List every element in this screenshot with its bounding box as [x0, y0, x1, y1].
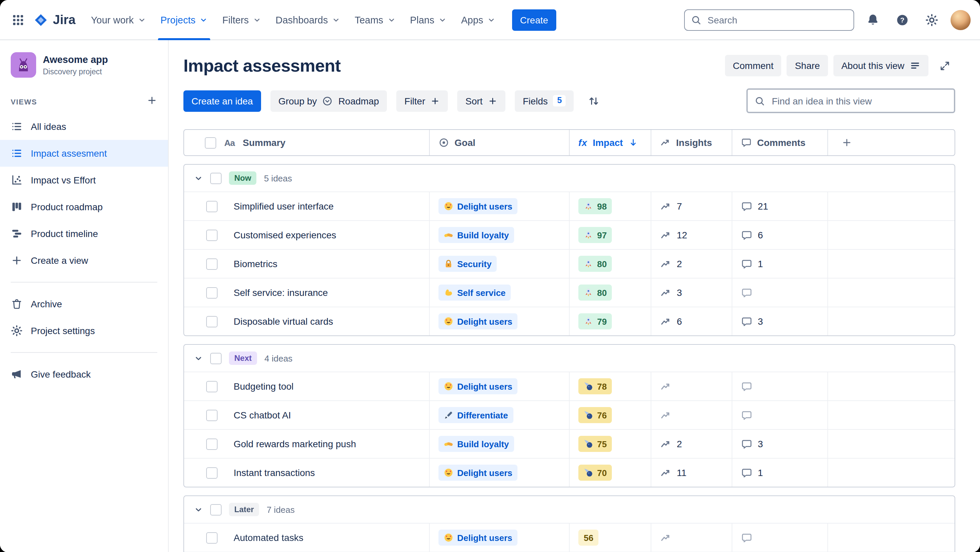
find-idea-input[interactable] — [770, 95, 947, 107]
impact-cell: 80 — [569, 278, 651, 307]
impact-column-header[interactable]: fx Impact — [569, 130, 651, 155]
filter-button[interactable]: Filter — [396, 90, 448, 111]
sidebar-item-all-ideas[interactable]: All ideas — [0, 113, 168, 140]
nav-item-your-work[interactable]: Your work — [84, 0, 153, 40]
nav-item-apps[interactable]: Apps — [454, 0, 503, 40]
goal-chip[interactable]: Delight users — [439, 313, 518, 329]
nav-item-filters[interactable]: Filters — [215, 0, 268, 40]
sidebar-item-impact-vs-effort[interactable]: Impact vs Effort — [0, 167, 168, 194]
idea-row[interactable]: Gold rewards marketing pushBuild loyalty… — [184, 429, 955, 458]
nav-item-dashboards[interactable]: Dashboards — [268, 0, 347, 40]
nav-item-plans[interactable]: Plans — [402, 0, 454, 40]
comments-value[interactable]: 1 — [741, 467, 763, 478]
group-header[interactable]: Now5 ideas — [184, 165, 955, 192]
idea-row[interactable]: CS chatbot AIDifferentiate76 — [184, 400, 955, 429]
group-header[interactable]: Later7 ideas — [184, 496, 955, 523]
notifications-button[interactable] — [862, 9, 884, 30]
sidebar-item-create-a-view[interactable]: Create a view — [0, 247, 168, 274]
settings-button[interactable] — [921, 9, 942, 30]
group-header[interactable]: Next4 ideas — [184, 345, 955, 372]
comments-value[interactable] — [741, 532, 752, 543]
expand-view-button[interactable] — [934, 55, 955, 76]
goal-chip[interactable]: Self service — [439, 285, 511, 301]
share-button[interactable]: Share — [787, 55, 828, 76]
rank-button[interactable] — [583, 90, 605, 111]
select-all-checkbox[interactable] — [205, 137, 216, 148]
comments-value[interactable]: 1 — [741, 258, 763, 269]
find-idea-search[interactable] — [746, 88, 955, 113]
goal-chip[interactable]: Build loyalty — [439, 436, 514, 452]
add-column-button[interactable] — [827, 130, 955, 155]
goal-chip[interactable]: Delight users — [439, 530, 518, 546]
row-checkbox[interactable] — [206, 287, 218, 298]
comments-value[interactable] — [741, 380, 752, 392]
row-checkbox[interactable] — [206, 438, 218, 450]
comments-column-header[interactable]: Comments — [732, 130, 827, 155]
idea-row[interactable]: Disposable virtual cardsDelight users796… — [184, 307, 955, 336]
about-this-view-button[interactable]: About this view — [834, 55, 929, 76]
goal-chip[interactable]: Delight users — [439, 465, 518, 481]
sidebar-item-product-roadmap[interactable]: Product roadmap — [0, 194, 168, 220]
global-search-input[interactable] — [706, 14, 848, 26]
add-view-button[interactable] — [146, 95, 157, 108]
collapse-group-icon[interactable] — [194, 505, 203, 514]
group-checkbox[interactable] — [210, 353, 221, 364]
comments-value[interactable]: 3 — [741, 438, 763, 450]
idea-row[interactable]: Simplified user interfaceDelight users98… — [184, 192, 955, 220]
row-checkbox[interactable] — [206, 380, 218, 392]
sidebar-item-product-timeline[interactable]: Product timeline — [0, 220, 168, 247]
idea-row[interactable]: Budgeting toolDelight users78 — [184, 372, 955, 400]
impact-score-chip: 56 — [578, 530, 599, 546]
comments-value[interactable]: 6 — [741, 229, 763, 241]
row-checkbox[interactable] — [206, 467, 218, 478]
create-button[interactable]: Create — [512, 9, 556, 30]
collapse-group-icon[interactable] — [194, 354, 203, 363]
app-switcher-button[interactable] — [7, 0, 29, 40]
comments-value[interactable] — [741, 409, 752, 421]
group-checkbox[interactable] — [210, 504, 221, 515]
goal-chip[interactable]: Delight users — [439, 378, 518, 395]
nav-item-projects[interactable]: Projects — [153, 0, 215, 40]
row-checkbox[interactable] — [206, 532, 218, 543]
idea-row[interactable]: Customised experiencesBuild loyalty97126 — [184, 220, 955, 249]
jira-logo[interactable]: Jira — [31, 13, 82, 27]
insights-column-header[interactable]: Insights — [651, 130, 732, 155]
row-checkbox[interactable] — [206, 258, 218, 269]
sidebar-item-archive[interactable]: Archive — [0, 291, 168, 317]
idea-row[interactable]: Instant transactionsDelight users70111 — [184, 458, 955, 487]
user-avatar[interactable] — [951, 10, 970, 30]
project-header[interactable]: Awesome app Discovery project — [0, 51, 168, 86]
fields-button[interactable]: Fields 5 — [515, 90, 574, 111]
comments-value[interactable] — [741, 287, 752, 298]
sort-button[interactable]: Sort — [458, 90, 505, 111]
nav-item-teams[interactable]: Teams — [347, 0, 402, 40]
project-avatar — [11, 52, 36, 78]
idea-row[interactable]: Automated tasksDelight users56 — [184, 523, 955, 552]
idea-row[interactable]: BiometricsSecurity8021 — [184, 249, 955, 278]
row-checkbox[interactable] — [206, 200, 218, 212]
collapse-group-icon[interactable] — [194, 174, 203, 183]
group-count: 4 ideas — [264, 353, 293, 363]
sidebar-item-project-settings[interactable]: Project settings — [0, 317, 168, 344]
row-checkbox[interactable] — [206, 409, 218, 421]
help-button[interactable]: ? — [892, 9, 913, 30]
comments-value[interactable]: 21 — [741, 200, 768, 212]
goal-column-header[interactable]: Goal — [429, 130, 569, 155]
row-checkbox[interactable] — [206, 229, 218, 241]
goal-chip[interactable]: Security — [439, 256, 497, 272]
group-by-button[interactable]: Group by Roadmap — [270, 90, 387, 111]
comments-value[interactable]: 3 — [741, 316, 763, 327]
goal-chip[interactable]: Delight users — [439, 198, 518, 214]
summary-column-header[interactable]: Aa Summary — [184, 130, 429, 155]
sidebar-divider — [11, 282, 157, 283]
global-search[interactable] — [684, 9, 854, 30]
comment-button[interactable]: Comment — [725, 55, 781, 76]
sidebar-item-impact-assesment[interactable]: Impact assesment — [0, 140, 168, 167]
group-checkbox[interactable] — [210, 172, 221, 184]
give-feedback-button[interactable]: Give feedback — [0, 361, 168, 388]
row-checkbox[interactable] — [206, 316, 218, 327]
create-idea-button[interactable]: Create an idea — [183, 90, 261, 111]
idea-row[interactable]: Self service: insuranceSelf service803 — [184, 278, 955, 307]
goal-chip[interactable]: Differentiate — [439, 407, 514, 423]
goal-chip[interactable]: Build loyalty — [439, 227, 514, 243]
